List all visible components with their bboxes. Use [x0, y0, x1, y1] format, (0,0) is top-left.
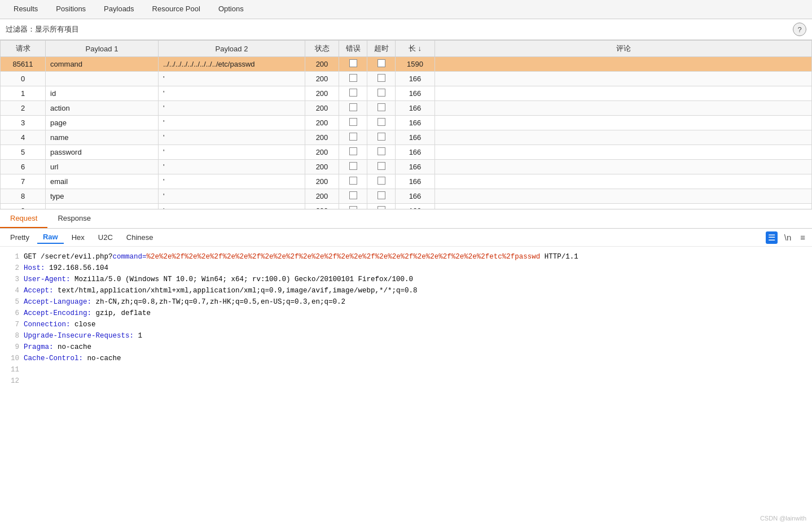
request-line: 1GET /secret/evil.php?command=%2e%2e%2f%… — [7, 251, 805, 262]
checkbox[interactable] — [378, 89, 385, 97]
http-param-key: command= — [113, 253, 147, 261]
bottom-panel: Request Response Pretty Raw Hex U2C Chin… — [0, 209, 812, 475]
checkbox[interactable] — [349, 118, 357, 126]
sub-tab-pretty[interactable]: Pretty — [5, 231, 35, 243]
sub-tab-hex[interactable]: Hex — [66, 231, 90, 243]
http-header-key: Connection: — [24, 321, 74, 329]
http-header-key: Accept-Encoding: — [24, 309, 96, 317]
sub-tab-icon-group: ☰ \n ≡ — [766, 231, 807, 244]
http-header-key: Cache-Control: — [24, 355, 87, 362]
col-header-error[interactable]: 错误 — [339, 41, 367, 57]
tab-resource-pool[interactable]: Resource Pool — [143, 0, 209, 19]
checkbox[interactable] — [349, 191, 357, 199]
tab-payloads[interactable]: Payloads — [95, 0, 143, 19]
panel-tabs: Request Response — [0, 209, 812, 229]
table-row[interactable]: 0'200166 — [1, 72, 812, 86]
sub-tab-chinese[interactable]: Chinese — [121, 231, 159, 243]
request-line: 10Cache-Control: no-cache — [7, 353, 805, 364]
http-header-val: 192.168.56.104 — [49, 264, 108, 272]
http-header-key: Pragma: — [24, 343, 58, 351]
http-header-val: zh-CN,zh;q=0.8,zh-TW;q=0.7,zh-HK;q=0.5,e… — [96, 298, 346, 306]
http-param-val: %2e%2e%2f%2e%2e%2f%2e%2e%2f%2e%2e%2f%2e%… — [147, 253, 541, 261]
col-header-timeout[interactable]: 超时 — [367, 41, 396, 57]
request-line: 11 — [7, 364, 805, 375]
table-body: 85611command../../../../../../../../../e… — [1, 57, 812, 210]
checkbox[interactable] — [349, 89, 357, 97]
checkbox[interactable] — [378, 191, 385, 199]
col-header-length[interactable]: 长 ↓ — [396, 41, 435, 57]
results-table-wrapper: 请求 Payload 1 Payload 2 状态 错误 超时 长 ↓ 评论 8… — [0, 40, 812, 209]
sub-tab-raw[interactable]: Raw — [37, 231, 64, 244]
filter-bar: 过滤器：显示所有项目 ? — [0, 19, 812, 40]
request-line: 9Pragma: no-cache — [7, 342, 805, 353]
http-header-key: Upgrade-Insecure-Requests: — [24, 332, 138, 340]
table-row[interactable]: 9username'200166 — [1, 204, 812, 210]
table-header: 请求 Payload 1 Payload 2 状态 错误 超时 长 ↓ 评论 — [1, 41, 812, 57]
request-line: 6Accept-Encoding: gzip, deflate — [7, 308, 805, 319]
http-header-val: 1 — [138, 332, 143, 340]
table-row[interactable]: 85611command../../../../../../../../../e… — [1, 57, 812, 72]
checkbox[interactable] — [378, 147, 385, 155]
table-row[interactable]: 7email'200166 — [1, 174, 812, 189]
tab-response[interactable]: Response — [47, 209, 101, 228]
request-line: 2Host: 192.168.56.104 — [7, 262, 805, 274]
filter-label: 过滤器：显示所有项目 — [6, 24, 789, 34]
table-row[interactable]: 4name'200166 — [1, 130, 812, 145]
help-button[interactable]: ? — [793, 23, 806, 36]
http-header-key: Accept: — [24, 287, 58, 295]
col-header-payload1[interactable]: Payload 1 — [46, 41, 159, 57]
checkbox[interactable] — [349, 59, 357, 67]
http-header-val: close — [74, 321, 96, 329]
checkbox[interactable] — [349, 133, 357, 141]
col-header-payload2[interactable]: Payload 2 — [159, 41, 305, 57]
top-nav-tabs: Results Positions Payloads Resource Pool… — [0, 0, 812, 19]
checkbox[interactable] — [378, 74, 385, 82]
http-header-val: no-cache — [87, 355, 121, 362]
http-header-key: User-Agent: — [24, 275, 74, 283]
checkbox[interactable] — [378, 59, 385, 67]
request-line: 3User-Agent: Mozilla/5.0 (Windows NT 10.… — [7, 274, 805, 285]
request-line: 7Connection: close — [7, 319, 805, 330]
request-line: 5Accept-Language: zh-CN,zh;q=0.8,zh-TW;q… — [7, 296, 805, 308]
view-menu-icon[interactable]: ≡ — [798, 231, 807, 243]
http-header-val: no-cache — [58, 343, 91, 351]
table-row[interactable]: 1id'200166 — [1, 86, 812, 101]
view-lines-icon[interactable]: ☰ — [766, 231, 778, 244]
checkbox[interactable] — [349, 103, 357, 111]
http-header-key: Accept-Language: — [24, 298, 96, 306]
checkbox[interactable] — [378, 103, 385, 111]
request-line: 8Upgrade-Insecure-Requests: 1 — [7, 330, 805, 342]
checkbox[interactable] — [378, 118, 385, 126]
http-header-val: Mozilla/5.0 (Windows NT 10.0; Win64; x64… — [74, 275, 413, 283]
view-wrap-icon[interactable]: \n — [782, 231, 794, 243]
tab-results[interactable]: Results — [5, 0, 47, 19]
request-content: 1GET /secret/evil.php?command=%2e%2e%2f%… — [0, 247, 812, 475]
http-header-val: gzip, deflate — [96, 309, 151, 317]
table-row[interactable]: 2action'200166 — [1, 101, 812, 116]
request-line: 4Accept: text/html,application/xhtml+xml… — [7, 285, 805, 296]
results-table: 请求 Payload 1 Payload 2 状态 错误 超时 长 ↓ 评论 8… — [0, 40, 812, 209]
checkbox[interactable] — [378, 133, 385, 141]
col-header-request[interactable]: 请求 — [1, 41, 46, 57]
http-header-val: text/html,application/xhtml+xml,applicat… — [58, 287, 418, 295]
checkbox[interactable] — [378, 162, 385, 170]
sub-tab-u2c[interactable]: U2C — [93, 231, 118, 243]
table-row[interactable]: 3page'200166 — [1, 116, 812, 130]
http-header-key: Host: — [24, 264, 49, 272]
table-row[interactable]: 6url'200166 — [1, 160, 812, 174]
table-row[interactable]: 5password'200166 — [1, 145, 812, 160]
tab-positions[interactable]: Positions — [47, 0, 95, 19]
request-line: 12 — [7, 375, 805, 387]
checkbox[interactable] — [349, 147, 357, 155]
table-row[interactable]: 8type'200166 — [1, 189, 812, 204]
tab-request[interactable]: Request — [0, 209, 47, 228]
col-header-status[interactable]: 状态 — [305, 41, 339, 57]
http-method: GET — [24, 253, 37, 261]
col-header-comment[interactable]: 评论 — [435, 41, 812, 57]
checkbox[interactable] — [349, 74, 357, 82]
checkbox[interactable] — [349, 162, 357, 170]
checkbox[interactable] — [349, 177, 357, 185]
tab-options[interactable]: Options — [209, 0, 253, 19]
sub-tabs: Pretty Raw Hex U2C Chinese ☰ \n ≡ — [0, 229, 812, 247]
checkbox[interactable] — [378, 177, 385, 185]
